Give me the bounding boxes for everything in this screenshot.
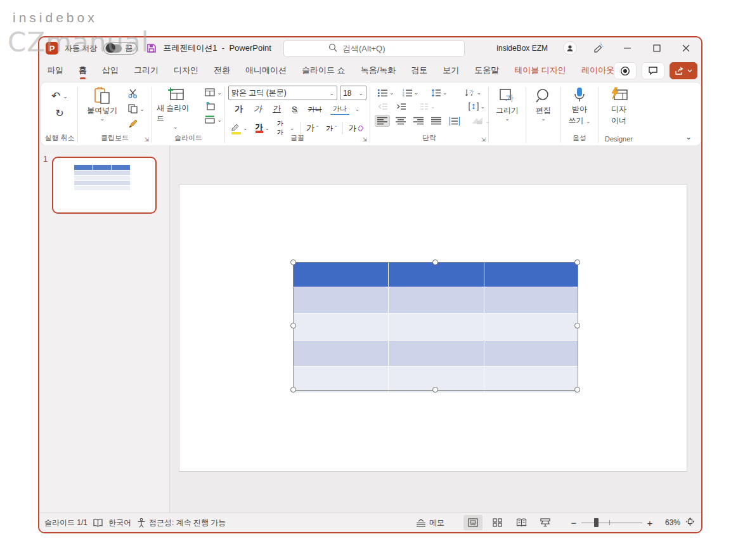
slideshow-view-button[interactable]: [536, 515, 555, 530]
resize-handle-top-right[interactable]: [574, 259, 580, 265]
reset-slide-button[interactable]: [203, 100, 224, 112]
bold-button[interactable]: 가: [232, 103, 245, 115]
decrease-font-size-button[interactable]: 가ˇ: [324, 122, 339, 134]
minimize-button[interactable]: [620, 41, 635, 56]
text-direction-button[interactable]: 가 ⌄: [463, 88, 484, 98]
zoom-percentage[interactable]: 63%: [659, 518, 680, 527]
font-color-button[interactable]: 가 ⌄: [254, 122, 272, 134]
table-cell[interactable]: [484, 367, 578, 393]
record-button[interactable]: [614, 62, 637, 79]
italic-button[interactable]: 가: [251, 103, 264, 115]
underline-button[interactable]: 간: [270, 103, 283, 115]
zoom-slider-thumb[interactable]: [594, 518, 599, 527]
copy-button[interactable]: ⌄: [126, 103, 146, 115]
account-name[interactable]: insideBox EZM: [496, 44, 548, 53]
account-avatar[interactable]: [563, 41, 577, 55]
language-indicator[interactable]: 한국어: [108, 518, 131, 528]
numbering-button[interactable]: 123 ⌄: [401, 88, 421, 98]
slide-table[interactable]: [294, 263, 578, 390]
designer-button[interactable]: 디자 이너: [605, 86, 632, 127]
table-cell[interactable]: [389, 341, 484, 366]
font-name-combo[interactable]: 맑은 고딕 (본문)⌄: [228, 86, 337, 100]
zoom-in-button[interactable]: +: [646, 518, 654, 528]
draw-button[interactable]: 가 그리기 ⌄: [492, 87, 522, 122]
table-cell[interactable]: [484, 287, 578, 313]
table-header-cell[interactable]: [389, 263, 484, 287]
comments-button[interactable]: [642, 62, 664, 79]
bullets-button[interactable]: ⌄: [376, 88, 396, 98]
resize-handle-middle-right[interactable]: [574, 323, 580, 329]
tab-help[interactable]: 도움말: [467, 60, 507, 82]
tab-draw[interactable]: 그리기: [126, 60, 166, 82]
tab-view[interactable]: 보기: [435, 60, 467, 82]
table-cell[interactable]: [484, 341, 578, 366]
strikethrough-button[interactable]: 가나: [306, 104, 325, 115]
undo-button[interactable]: ↶: [51, 89, 60, 103]
resize-handle-top-left[interactable]: [290, 259, 296, 265]
tab-design[interactable]: 디자인: [166, 60, 206, 82]
accessibility-status[interactable]: 접근성: 계속 진행 가능: [137, 518, 226, 528]
increase-indent-button[interactable]: [394, 101, 408, 112]
close-button[interactable]: [678, 41, 694, 56]
tab-home[interactable]: 홈: [71, 60, 94, 82]
table-cell[interactable]: [294, 314, 388, 340]
align-right-button[interactable]: [411, 115, 425, 126]
resize-handle-bottom-right[interactable]: [574, 387, 580, 393]
table-cell[interactable]: [294, 341, 388, 366]
slide-editing-area[interactable]: [179, 185, 687, 471]
tab-file[interactable]: 파일: [39, 60, 71, 82]
chevron-down-icon[interactable]: ⌄: [63, 93, 68, 100]
collapse-ribbon-icon[interactable]: ⌄: [685, 133, 692, 141]
slide-counter[interactable]: 슬라이드 1/1: [44, 518, 87, 528]
tab-record[interactable]: 녹음/녹화: [353, 60, 404, 82]
cut-button[interactable]: [126, 88, 146, 100]
character-spacing-button[interactable]: 가나: [330, 103, 349, 115]
reading-view-button[interactable]: [512, 515, 531, 530]
tab-insert[interactable]: 삽입: [94, 60, 126, 82]
justify-button[interactable]: [429, 115, 443, 126]
chevron-down-icon[interactable]: ⌄: [355, 106, 360, 112]
new-slide-button[interactable]: 새 슬라이드 ⌄: [153, 86, 198, 130]
presenter-coach-icon[interactable]: [591, 41, 606, 56]
tab-animations[interactable]: 애니메이션: [238, 60, 294, 82]
dialog-launcher-icon[interactable]: ⇲: [481, 136, 486, 143]
resize-handle-top-center[interactable]: [432, 259, 438, 265]
table-cell[interactable]: [294, 367, 388, 393]
columns-button[interactable]: ⌄: [418, 101, 437, 112]
dialog-launcher-icon[interactable]: ⇲: [362, 136, 367, 143]
dictate-button[interactable]: 받아 쓰기 ⌄: [565, 86, 595, 127]
table-header-cell[interactable]: [484, 263, 578, 287]
align-center-button[interactable]: [394, 115, 408, 126]
resize-handle-bottom-center[interactable]: [432, 387, 438, 393]
powerpoint-app-icon[interactable]: P: [46, 42, 58, 55]
slide-layout-button[interactable]: ⌄: [203, 87, 224, 98]
table-header-cell[interactable]: [294, 263, 388, 287]
zoom-slider-track[interactable]: [581, 518, 642, 527]
line-spacing-button[interactable]: ⌄: [429, 88, 450, 98]
tab-slideshow[interactable]: 슬라이드 쇼: [294, 60, 353, 82]
text-shadow-button[interactable]: S: [289, 104, 300, 115]
notes-button[interactable]: 메모: [416, 518, 444, 528]
convert-smartart-button[interactable]: ⌄: [470, 115, 492, 126]
align-text-button[interactable]: ⌄: [467, 101, 488, 112]
distribute-button[interactable]: [447, 115, 462, 127]
table-cell[interactable]: [389, 314, 484, 340]
slide-sorter-view-button[interactable]: [488, 515, 507, 530]
spell-check-icon[interactable]: [93, 518, 103, 528]
share-button[interactable]: [670, 62, 697, 79]
fit-slide-to-window-button[interactable]: [685, 517, 695, 528]
save-icon[interactable]: [146, 43, 157, 53]
zoom-out-button[interactable]: −: [570, 518, 578, 528]
resize-handle-middle-left[interactable]: [290, 323, 296, 329]
format-painter-button[interactable]: [126, 118, 146, 130]
dialog-launcher-icon[interactable]: ⇲: [144, 136, 149, 143]
tab-transitions[interactable]: 전환: [206, 60, 238, 82]
redo-button[interactable]: ↻: [55, 107, 63, 119]
edit-button[interactable]: 편집 ⌄: [531, 87, 555, 122]
table-cell[interactable]: [484, 314, 578, 340]
align-left-button[interactable]: [375, 115, 390, 127]
decrease-indent-button[interactable]: [376, 101, 389, 112]
slide-thumbnail[interactable]: [52, 157, 157, 214]
tab-table-design[interactable]: 테이블 디자인: [507, 60, 574, 82]
tab-review[interactable]: 검토: [403, 60, 435, 82]
